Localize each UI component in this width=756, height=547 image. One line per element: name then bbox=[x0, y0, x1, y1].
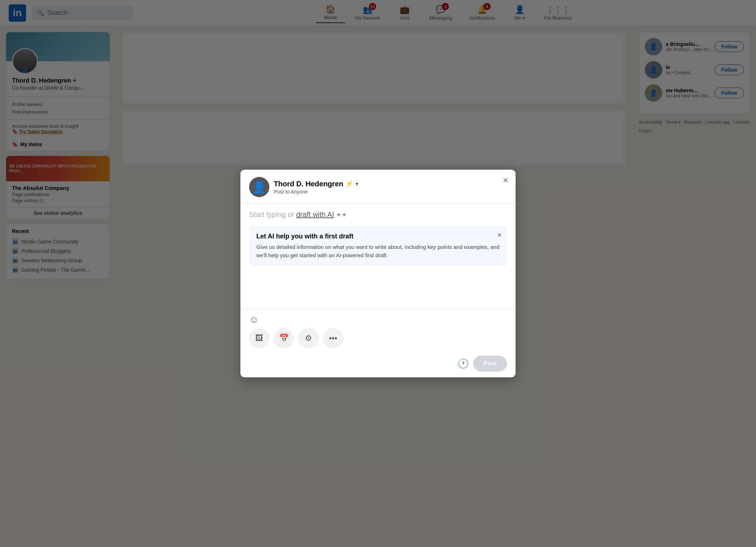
add-event-button[interactable]: 📅 bbox=[274, 328, 294, 348]
lightning-icon: ⚡ bbox=[345, 180, 353, 188]
modal-actions: 🕐 Post bbox=[240, 351, 516, 377]
modal-close-button[interactable]: × bbox=[503, 175, 508, 185]
ai-stars-icon: ✦✦ bbox=[336, 211, 347, 219]
post-button[interactable]: Post bbox=[473, 356, 507, 372]
post-to-label: Post to Anyone bbox=[274, 189, 507, 195]
ai-suggestion-title: Let AI help you with a first draft bbox=[256, 233, 500, 240]
emoji-button[interactable]: ☺ bbox=[249, 314, 259, 325]
modal-toolbar: ☺ 🖼 📅 ⚙ ••• bbox=[240, 309, 516, 351]
modal-user-info: Thord D. Hedengren ⚡ ▾ Post to Anyone bbox=[274, 180, 507, 195]
create-post-modal: 👤 Thord D. Hedengren ⚡ ▾ Post to Anyone … bbox=[240, 170, 516, 377]
modal-overlay[interactable]: 👤 Thord D. Hedengren ⚡ ▾ Post to Anyone … bbox=[0, 0, 756, 547]
media-icon: 🖼 bbox=[255, 334, 263, 343]
event-icon: 📅 bbox=[279, 334, 289, 343]
post-text-area[interactable] bbox=[249, 273, 507, 302]
more-options-button[interactable]: ⚙ bbox=[298, 328, 319, 348]
modal-user-name: Thord D. Hedengren ⚡ ▾ bbox=[274, 180, 507, 188]
modal-avatar: 👤 bbox=[249, 177, 269, 197]
schedule-button[interactable]: 🕐 bbox=[457, 358, 469, 369]
post-audience-dropdown[interactable]: ▾ bbox=[356, 181, 358, 187]
ellipsis-icon: ••• bbox=[329, 334, 337, 343]
settings-icon: ⚙ bbox=[305, 334, 312, 343]
ai-suggestion-box: Let AI help you with a first draft Give … bbox=[249, 226, 507, 266]
more-button[interactable]: ••• bbox=[323, 328, 343, 348]
add-media-button[interactable]: 🖼 bbox=[249, 328, 269, 348]
modal-header: 👤 Thord D. Hedengren ⚡ ▾ Post to Anyone … bbox=[240, 170, 516, 203]
modal-body: Start typing or draft with AI ✦✦ Let AI … bbox=[240, 203, 516, 309]
toolbar-buttons: 🖼 📅 ⚙ ••• bbox=[249, 328, 507, 348]
draft-with-ai-link[interactable]: draft with AI bbox=[296, 211, 334, 219]
ai-suggestion-text: Give us detailed information on what you… bbox=[256, 243, 500, 259]
ai-suggestion-close-button[interactable]: × bbox=[497, 230, 502, 240]
post-placeholder: Start typing or draft with AI ✦✦ bbox=[249, 211, 507, 219]
